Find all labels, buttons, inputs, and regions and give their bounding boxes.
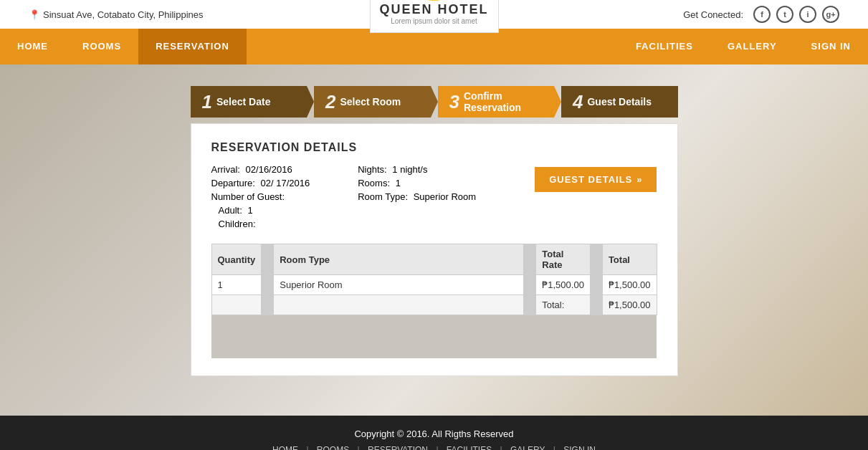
guests-label: Number of Guest:: [211, 191, 310, 202]
twitter-icon[interactable]: t: [776, 6, 793, 23]
children-detail: Children:: [211, 219, 310, 229]
children-label: Children:: [219, 219, 256, 229]
logo-title: QUEEN HOTEL: [378, 2, 491, 17]
cell-quantity: 1: [211, 275, 262, 295]
get-connected-label: Get Conected:: [683, 9, 743, 20]
table-total-row: Total: ₱1,500.00: [211, 295, 657, 315]
departure-label: Departure:: [211, 178, 255, 188]
logo-subtitle: Lorem ipsum dolor sit amet: [378, 17, 491, 25]
guest-details-btn-label: GUEST DETAILS: [549, 174, 632, 185]
nav-home[interactable]: HOME: [0, 29, 65, 64]
step-1-num: 1: [202, 91, 212, 113]
logo-card: 👑 QUEEN HOTEL Lorem ipsum dolor sit amet: [370, 0, 499, 33]
navbar: HOME ROOMS RESERVATION 👑 QUEEN HOTEL Lor…: [0, 29, 868, 64]
col-sep3: [590, 244, 602, 275]
googleplus-icon[interactable]: g+: [822, 6, 839, 23]
cell-total: ₱1,500.00: [602, 275, 657, 295]
arrival-value: 02/16/2016: [246, 164, 292, 175]
col-total-rate: Total Rate: [536, 244, 591, 275]
hero-section: 1 Select Date 2 Select Room 3 Confirm Re…: [0, 64, 868, 416]
guest-details-button[interactable]: GUEST DETAILS »: [535, 167, 657, 192]
table-row: 1 Superior Room ₱1,500.00 ₱1,500.00: [211, 275, 657, 295]
col-room-type: Room Type: [274, 244, 524, 275]
empty-cell: [211, 315, 657, 358]
footer-copyright: Copyright © 2016. All Rigths Reserved: [14, 429, 854, 439]
cell-sep1: [262, 275, 274, 295]
details-right: GUEST DETAILS »: [535, 164, 657, 192]
content-card: RESERVATION DETAILS Arrival: 02/16/2016 …: [191, 123, 678, 376]
room-type-value: Superior Room: [414, 191, 476, 202]
step-1[interactable]: 1 Select Date: [191, 86, 307, 118]
guest-details-arrow-icon: »: [636, 174, 642, 185]
footer: Copyright © 2016. All Rigths Reserved HO…: [0, 416, 868, 450]
nav-reservation[interactable]: RESERVATION: [138, 29, 247, 64]
footer-link-facilities[interactable]: FACILITIES: [447, 445, 492, 450]
nights-detail: Nights: 1 night/s: [358, 164, 487, 175]
total-sep1: [262, 295, 274, 315]
nights-label: Nights:: [358, 164, 386, 175]
cell-total-rate: ₱1,500.00: [536, 275, 591, 295]
social-links: Get Conected: f t i g+: [683, 6, 839, 23]
table-empty-row: [211, 315, 657, 358]
total-sep2: [524, 295, 536, 315]
step-4-label: Guest Details: [587, 96, 651, 107]
adult-detail: Adult: 1: [211, 205, 310, 216]
nav-gallery[interactable]: GALLERY: [710, 29, 794, 64]
nav-left: HOME ROOMS RESERVATION: [0, 29, 247, 64]
departure-value: 02/ 17/2016: [261, 178, 310, 188]
col-sep1: [262, 244, 274, 275]
nav-rooms[interactable]: ROOMS: [65, 29, 138, 64]
footer-link-reservation[interactable]: RESERVATION: [368, 445, 428, 450]
nights-value: 1 night/s: [392, 164, 427, 175]
footer-links: HOME | ROOMS | RESERVATION | FACILITIES …: [14, 445, 854, 450]
footer-link-rooms[interactable]: ROOMS: [317, 445, 349, 450]
location-icon: 📍: [29, 9, 40, 20]
room-type-detail: Room Type: Superior Room: [358, 191, 487, 202]
step-2-num: 2: [325, 91, 335, 113]
rooms-value: 1: [396, 178, 401, 188]
rooms-label: Rooms:: [358, 178, 390, 188]
details-mid: Nights: 1 night/s Rooms: 1 Room Type: Su…: [358, 164, 487, 205]
cell-room-type: Superior Room: [274, 275, 524, 295]
arrival-detail: Arrival: 02/16/2016: [211, 164, 310, 175]
address: 📍 Sinsuat Ave, Cotabato City, Philippine…: [29, 9, 204, 20]
reservation-table: Quantity Room Type Total Rate Total 1 Su…: [211, 244, 657, 358]
total-label: Total:: [536, 295, 591, 315]
step-3-label: Confirm Reservation: [464, 90, 543, 113]
facebook-icon[interactable]: f: [753, 6, 771, 23]
room-type-label: Room Type:: [358, 191, 408, 202]
total-empty2: [274, 295, 524, 315]
footer-link-home[interactable]: HOME: [272, 445, 298, 450]
col-sep2: [524, 244, 536, 275]
address-text: Sinsuat Ave, Cotabato City, Philippines: [43, 9, 204, 20]
rooms-detail: Rooms: 1: [358, 178, 487, 188]
footer-link-signin[interactable]: SIGN IN: [563, 445, 596, 450]
total-sep3: [590, 295, 602, 315]
details-left: Arrival: 02/16/2016 Departure: 02/ 17/20…: [211, 164, 310, 232]
departure-detail: Departure: 02/ 17/2016: [211, 178, 310, 188]
step-3-num: 3: [449, 91, 459, 113]
col-total: Total: [602, 244, 657, 275]
step-3[interactable]: 3 Confirm Reservation: [438, 86, 555, 118]
section-title: RESERVATION DETAILS: [211, 141, 657, 154]
total-value: ₱1,500.00: [602, 295, 657, 315]
instagram-icon[interactable]: i: [799, 6, 816, 23]
cell-sep2: [524, 275, 536, 295]
nav-right: FACILITIES GALLERY SIGN IN: [619, 29, 868, 64]
step-2[interactable]: 2 Select Room: [314, 86, 431, 118]
total-empty1: [211, 295, 262, 315]
step-4-num: 4: [573, 91, 583, 113]
steps-bar: 1 Select Date 2 Select Room 3 Confirm Re…: [191, 86, 678, 118]
step-2-label: Select Room: [340, 96, 401, 107]
step-4[interactable]: 4 Guest Details: [561, 86, 678, 118]
cell-sep3: [590, 275, 602, 295]
col-quantity: Quantity: [211, 244, 262, 275]
nav-facilities[interactable]: FACILITIES: [619, 29, 710, 64]
footer-link-gallery[interactable]: GALERY: [510, 445, 545, 450]
table-header-row: Quantity Room Type Total Rate Total: [211, 244, 657, 275]
arrival-label: Arrival:: [211, 164, 240, 175]
step-1-label: Select Date: [216, 96, 270, 107]
adult-label: Adult:: [219, 205, 242, 216]
nav-signin[interactable]: SIGN IN: [794, 29, 868, 64]
adult-value: 1: [247, 205, 252, 216]
